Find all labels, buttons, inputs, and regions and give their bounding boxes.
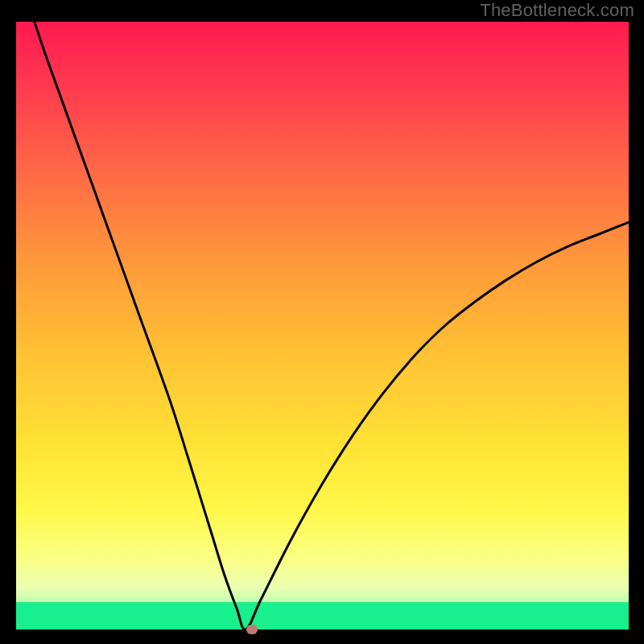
green-baseline	[16, 602, 629, 630]
plot-gradient	[16, 22, 629, 630]
chart-container: TheBottleneck.com	[0, 0, 644, 644]
chart-svg	[0, 0, 644, 644]
